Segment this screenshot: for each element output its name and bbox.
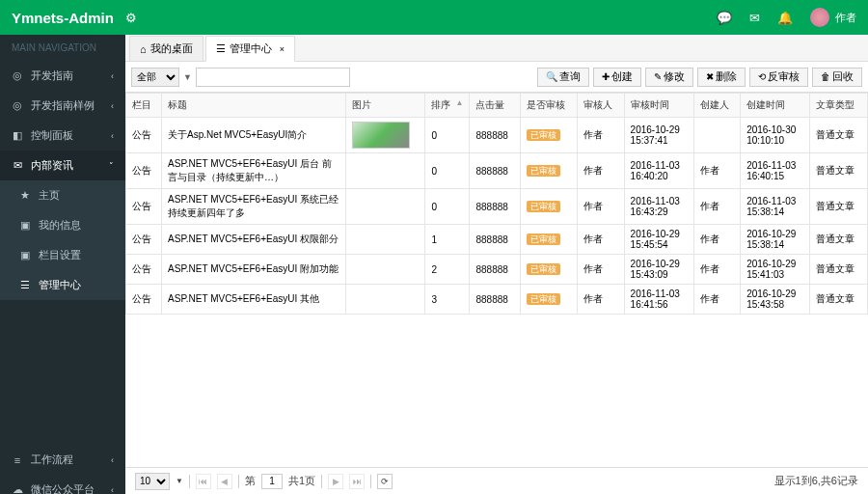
创建-button[interactable]: ✚创建 xyxy=(593,68,641,87)
refresh-button[interactable]: ⟳ xyxy=(377,474,393,489)
sidebar-toggle-icon[interactable]: ⚙ xyxy=(116,11,147,25)
column-header[interactable]: 创建时间 xyxy=(741,94,810,118)
caret-icon: ‹ xyxy=(111,131,114,141)
★-icon: ★ xyxy=(19,189,31,202)
nav-item[interactable]: ≡工作流程‹ xyxy=(0,445,125,475)
◧-icon: ◧ xyxy=(12,129,23,142)
page-input[interactable] xyxy=(261,474,283,489)
nav-label: 控制面板 xyxy=(31,128,73,143)
tab[interactable]: ⌂我的桌面 xyxy=(129,36,203,61)
nav-item[interactable]: ☰管理中心 xyxy=(0,270,125,300)
▣-icon: ▣ xyxy=(19,249,31,261)
comments-icon[interactable]: 💬 xyxy=(717,11,732,25)
☰-icon: ☰ xyxy=(19,279,31,291)
nav-label: 管理中心 xyxy=(39,278,81,292)
btn-label: 修改 xyxy=(664,69,685,84)
nav-item[interactable]: ☁微信公众平台‹ xyxy=(0,475,125,494)
last-page-button[interactable]: ⏭ xyxy=(349,474,365,489)
prev-page-button[interactable]: ◀ xyxy=(217,474,232,489)
caret-icon: ‹ xyxy=(111,71,114,81)
◎-icon: ◎ xyxy=(12,69,23,82)
table-row[interactable]: 公告ASP.NET MVC5+EF6+EasyUI 附加功能2888888已审核… xyxy=(126,255,868,285)
filter-select[interactable]: 全部 xyxy=(131,68,179,87)
▣-icon: ▣ xyxy=(19,219,31,232)
nav-item[interactable]: ▣栏目设置 xyxy=(0,240,125,270)
total-pages-label: 共1页 xyxy=(288,474,315,488)
mail-icon[interactable]: ✉ xyxy=(749,11,760,25)
btn-icon: ✎ xyxy=(654,71,662,82)
toolbar: 全部 ▼ 🔍查询✚创建✎修改✖删除⟲反审核🗑回收 xyxy=(125,62,868,93)
column-header[interactable]: 是否审核 xyxy=(520,94,578,118)
caret-icon: ˅ xyxy=(109,161,114,171)
btn-label: 删除 xyxy=(716,69,737,84)
column-header[interactable]: 审核时间 xyxy=(624,94,693,118)
nav-item[interactable]: ✉内部资讯˅ xyxy=(0,151,125,180)
status-badge: 已审核 xyxy=(527,201,560,212)
nav-item[interactable]: ◎开发指南样例‹ xyxy=(0,91,125,121)
avatar xyxy=(810,8,829,27)
header-right: 💬 ✉ 🔔 作者 xyxy=(717,8,856,27)
caret-icon: ‹ xyxy=(111,455,114,465)
≡-icon: ≡ xyxy=(12,454,23,466)
table-row[interactable]: 公告关于Asp.Net MVC5+EasyUI简介0888888已审核作者201… xyxy=(126,118,868,153)
nav-item[interactable]: ▣我的信息 xyxy=(0,210,125,240)
status-badge: 已审核 xyxy=(527,165,560,177)
next-page-button[interactable]: ▶ xyxy=(328,474,343,489)
column-header[interactable]: 文章类型 xyxy=(810,94,868,118)
✉-icon: ✉ xyxy=(12,159,23,172)
bell-icon[interactable]: 🔔 xyxy=(777,11,793,25)
回收-button[interactable]: 🗑回收 xyxy=(812,68,862,87)
dropdown-icon: ▼ xyxy=(176,477,183,485)
sort-icon: ▲ xyxy=(456,98,464,107)
pager: 10 ▼ ⏮ ◀ 第 共1页 ▶ ⏭ ⟳ 显示1到6,共6记录 xyxy=(125,467,868,494)
status-badge: 已审核 xyxy=(527,233,560,245)
nav-label: 开发指南 xyxy=(31,69,73,83)
tab[interactable]: ☰管理中心× xyxy=(205,36,295,62)
table-row[interactable]: 公告ASP.NET MVC5+EF6+EasyUI 其他3888888已审核作者… xyxy=(126,285,868,315)
tab-icon: ⌂ xyxy=(140,43,147,55)
status-badge: 已审核 xyxy=(527,263,560,275)
caret-icon: ‹ xyxy=(111,101,114,111)
pager-info: 显示1到6,共6记录 xyxy=(774,474,858,488)
column-header[interactable]: 创建人 xyxy=(693,94,740,118)
◎-icon: ◎ xyxy=(12,99,23,112)
column-header[interactable]: 点击量 xyxy=(470,94,520,118)
nav-item[interactable]: ◧控制面板‹ xyxy=(0,121,125,151)
first-page-button[interactable]: ⏮ xyxy=(196,474,211,489)
close-icon[interactable]: × xyxy=(280,44,285,54)
修改-button[interactable]: ✎修改 xyxy=(645,68,693,87)
tab-label: 管理中心 xyxy=(230,41,272,56)
☁-icon: ☁ xyxy=(12,483,23,494)
nav-label: 工作流程 xyxy=(31,453,73,467)
nav-item[interactable]: ◎开发指南‹ xyxy=(0,61,125,91)
btn-icon: ⟲ xyxy=(758,71,766,82)
column-header[interactable]: 排序▲ xyxy=(425,94,470,118)
search-input[interactable] xyxy=(196,68,350,87)
nav-label: 栏目设置 xyxy=(39,248,81,262)
thumbnail xyxy=(352,122,410,149)
data-grid: 栏目标题图片排序▲点击量是否审核审核人审核时间创建人创建时间文章类型公告关于As… xyxy=(125,93,868,467)
btn-label: 回收 xyxy=(832,69,854,84)
删除-button[interactable]: ✖删除 xyxy=(697,68,746,87)
查询-button[interactable]: 🔍查询 xyxy=(537,68,589,87)
status-badge: 已审核 xyxy=(527,293,560,305)
反审核-button[interactable]: ⟲反审核 xyxy=(749,68,808,87)
main-area: ⌂我的桌面☰管理中心× 全部 ▼ 🔍查询✚创建✎修改✖删除⟲反审核🗑回收 栏目标… xyxy=(125,35,868,494)
column-header[interactable]: 审核人 xyxy=(578,94,624,118)
btn-icon: 🗑 xyxy=(821,71,830,82)
column-header[interactable]: 栏目 xyxy=(126,94,162,118)
table-row[interactable]: 公告ASP.NET MVC5+EF6+EasyUI 后台 前言与目录（持续更新中… xyxy=(126,153,868,189)
column-header[interactable]: 图片 xyxy=(346,94,425,118)
dropdown-icon[interactable]: ▼ xyxy=(183,72,192,82)
user-menu[interactable]: 作者 xyxy=(810,8,856,27)
sidebar: MAIN NAVIGATION ◎开发指南‹◎开发指南样例‹◧控制面板‹✉内部资… xyxy=(0,35,125,494)
nav-item[interactable]: ★主页 xyxy=(0,180,125,210)
column-header[interactable]: 标题 xyxy=(162,94,346,118)
brand-logo: Ymnets-Admin xyxy=(12,10,116,26)
top-header: Ymnets-Admin ⚙ 💬 ✉ 🔔 作者 xyxy=(0,0,868,35)
page-size-select[interactable]: 10 xyxy=(135,473,170,490)
table-row[interactable]: 公告ASP.NET MVC5+EF6+EasyUI 权限部分1888888已审核… xyxy=(126,225,868,255)
tab-bar: ⌂我的桌面☰管理中心× xyxy=(125,35,868,62)
btn-icon: 🔍 xyxy=(546,71,557,82)
table-row[interactable]: 公告ASP.NET MVC5+EF6+EasyUI 系统已经持续更新四年了多08… xyxy=(126,189,868,225)
